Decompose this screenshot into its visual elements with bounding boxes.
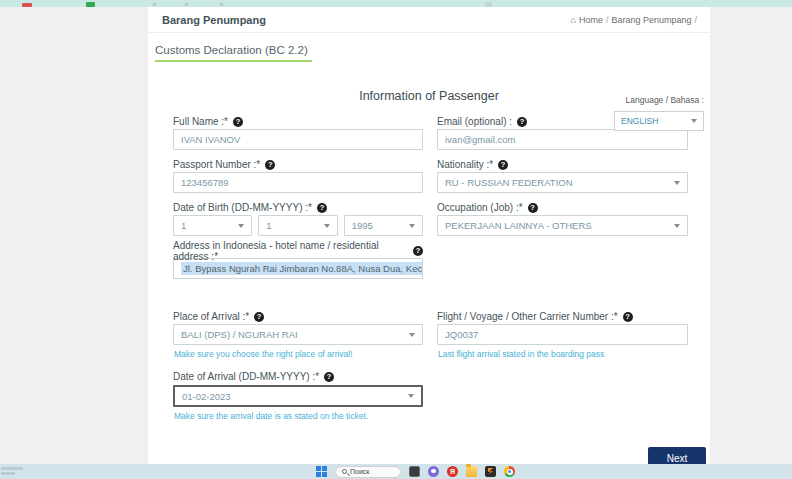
- arrival-date-select[interactable]: 01-02-2023: [173, 385, 423, 407]
- breadcrumb-separator: /: [606, 15, 609, 25]
- nationality-label: Nationality :* ?: [437, 157, 688, 172]
- dob-month-select[interactable]: 1: [258, 215, 337, 236]
- flight-input[interactable]: JQ0037: [437, 324, 688, 345]
- caret-down-icon: [324, 224, 330, 228]
- place-of-arrival-label: Place of Arrival :* ?: [173, 309, 423, 324]
- app-header: Barang Penumpang ⌂Home/Barang Penumpang/: [148, 7, 710, 33]
- place-of-arrival-select[interactable]: BALI (DPS) / NGURAH RAI: [173, 324, 423, 345]
- flight-label: Flight / Voyage / Other Carrier Number :…: [437, 309, 688, 324]
- app-title: Barang Penumpang: [162, 7, 266, 33]
- help-icon[interactable]: ?: [623, 312, 633, 322]
- tab-favicon-green: [86, 2, 95, 7]
- chat-app-icon[interactable]: [428, 466, 439, 477]
- caret-down-icon: [674, 224, 680, 228]
- file-explorer-icon[interactable]: [466, 466, 477, 477]
- windows-taskbar: Поиск Я: [0, 464, 792, 479]
- content-card: Barang Penumpang ⌂Home/Barang Penumpang/…: [148, 7, 710, 464]
- help-icon[interactable]: ?: [413, 246, 423, 256]
- breadcrumb-current: Barang Penumpang: [611, 15, 691, 25]
- caret-down-icon: [409, 333, 415, 337]
- tab-favicon-dot: [185, 3, 188, 6]
- help-icon[interactable]: ?: [324, 372, 334, 382]
- occupation-select[interactable]: PEKERJAAN LAINNYA - OTHERS: [437, 215, 688, 236]
- passenger-form: Full Name :* ? IVAN IVANOV Email (option…: [173, 114, 688, 423]
- help-icon[interactable]: ?: [498, 160, 508, 170]
- passport-input[interactable]: 123456789: [173, 172, 423, 193]
- tab-favicon-red: [22, 3, 32, 7]
- full-name-label: Full Name :* ?: [173, 114, 423, 129]
- screen: Barang Penumpang ⌂Home/Barang Penumpang/…: [0, 0, 792, 479]
- arrival-date-label: Date of Arrival (DD-MM-YYYY) :* ?: [173, 369, 423, 384]
- passport-label: Passport Number :* ?: [173, 157, 423, 172]
- help-icon[interactable]: ?: [528, 203, 538, 213]
- search-label: Поиск: [350, 468, 369, 475]
- dob-label: Date of Birth (DD-MM-YYYY) :* ?: [173, 200, 423, 215]
- arrival-date-hint: Make sure the arrival date is as stated …: [174, 411, 423, 423]
- language-select[interactable]: ENGLISH: [614, 111, 704, 131]
- help-icon[interactable]: ?: [317, 203, 327, 213]
- caret-down-icon: [691, 119, 697, 123]
- taskbar-search[interactable]: Поиск: [335, 466, 401, 478]
- caret-down-icon: [409, 224, 415, 228]
- help-icon[interactable]: ?: [265, 160, 275, 170]
- next-button[interactable]: Next: [648, 447, 706, 464]
- form-page: Customs Declaration (BC 2.2) Language / …: [148, 33, 710, 464]
- address-input[interactable]: Jl. Bypass Ngurah Rai Jimbaran No.88A, N…: [173, 258, 423, 279]
- caret-down-icon: [674, 181, 680, 185]
- flight-hint: Last flight arrival stated in the boardi…: [438, 349, 688, 361]
- breadcrumb-separator: /: [694, 15, 697, 25]
- help-icon[interactable]: ?: [254, 312, 264, 322]
- language-value: ENGLISH: [621, 116, 658, 126]
- app-icon-orange[interactable]: [485, 466, 496, 477]
- occupation-label: Occupation (Job) :* ?: [437, 200, 688, 215]
- home-icon: ⌂: [570, 15, 575, 25]
- help-icon[interactable]: ?: [517, 117, 527, 127]
- selected-address-text: Jl. Bypass Ngurah Rai Jimbaran No.88A, N…: [181, 262, 423, 275]
- help-icon[interactable]: ?: [233, 117, 243, 127]
- tab-favicon-dot: [220, 3, 223, 6]
- full-name-input[interactable]: IVAN IVANOV: [173, 129, 423, 150]
- email-input[interactable]: ivan@gmail.com: [437, 129, 688, 150]
- caret-down-icon: [238, 224, 244, 228]
- address-label: Address in Indonesia - hotel name / resi…: [173, 243, 423, 258]
- dob-day-select[interactable]: 1: [173, 215, 252, 236]
- language-label: Language / Bahasa :: [594, 95, 704, 105]
- taskbar-widget-remnant: [1, 467, 23, 478]
- language-selector-block: Language / Bahasa : ENGLISH: [594, 95, 704, 131]
- search-icon: [342, 469, 347, 474]
- breadcrumb: ⌂Home/Barang Penumpang/: [570, 7, 700, 33]
- caret-down-icon: [408, 394, 414, 398]
- dob-year-select[interactable]: 1995: [344, 215, 423, 236]
- page-title: Customs Declaration (BC 2.2): [155, 44, 312, 62]
- windows-start-button[interactable]: [316, 466, 327, 477]
- place-of-arrival-hint: Make sure you choose the right place of …: [174, 349, 423, 361]
- yandex-browser-icon[interactable]: Я: [447, 466, 458, 477]
- chrome-icon[interactable]: [504, 466, 515, 477]
- app-icon-dark[interactable]: [409, 466, 420, 477]
- breadcrumb-home-link[interactable]: Home: [579, 15, 603, 25]
- browser-tab-strip: [0, 0, 792, 7]
- tab-favicon-dot: [153, 3, 156, 6]
- nationality-select[interactable]: RU - RUSSIAN FEDERATION: [437, 172, 688, 193]
